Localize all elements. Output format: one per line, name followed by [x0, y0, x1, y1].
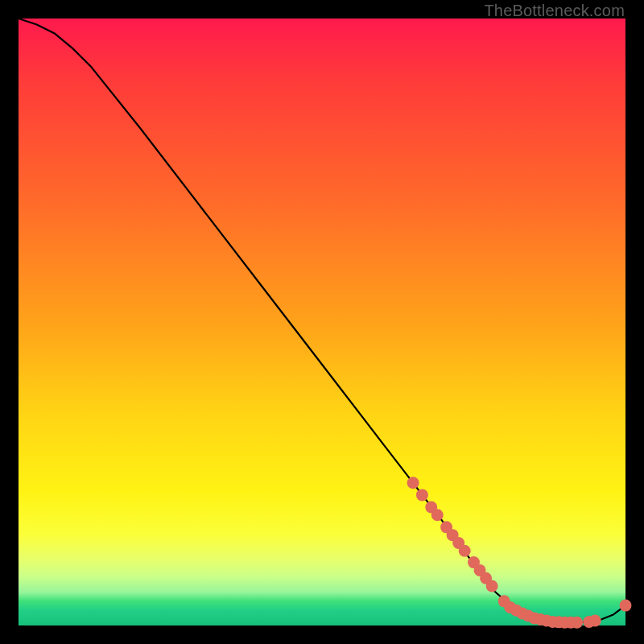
scatter-points — [407, 477, 632, 628]
data-point — [407, 477, 419, 489]
data-point — [571, 617, 583, 629]
data-point — [416, 489, 428, 501]
data-point — [620, 600, 632, 612]
data-point — [486, 580, 498, 592]
data-point — [431, 509, 444, 521]
data-point — [459, 545, 471, 557]
bottleneck-curve — [19, 19, 625, 622]
watermark-text: TheBottleneck.com — [484, 2, 625, 20]
chart-stage: TheBottleneck.com — [0, 0, 644, 644]
data-point — [589, 614, 601, 626]
chart-overlay — [19, 19, 625, 625]
